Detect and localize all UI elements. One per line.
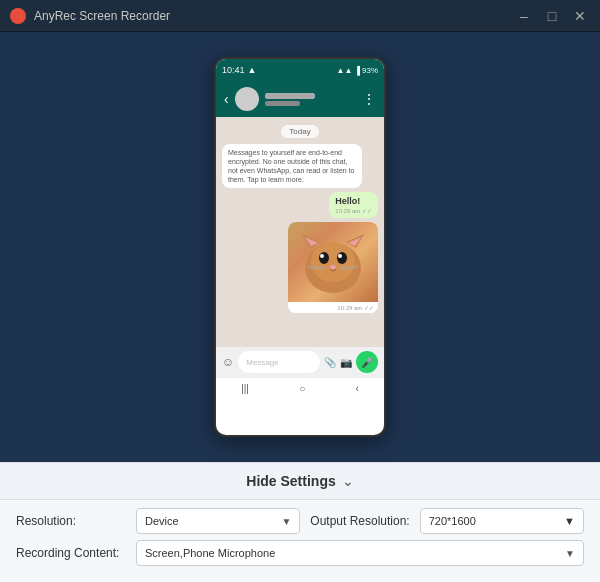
whatsapp-input-area[interactable]: ☺ Message 📎 📷 🎤 [216,347,384,377]
status-time: 10:41 ▲ [222,65,256,75]
app-title: AnyRec Screen Recorder [34,9,170,23]
hello-time: 10:29 am ✓✓ [335,207,372,214]
contact-name [265,93,356,106]
wifi-icon: ▲▲ [336,66,352,75]
resolution-value: Device [145,515,281,527]
cat-image-bubble: 10:29 am ✓✓ [288,222,378,313]
mic-icon[interactable]: 🎤 [356,351,378,373]
window-controls: – □ ✕ [514,6,590,26]
resolution-select[interactable]: Device ▼ [136,508,300,534]
chevron-down-icon: ⌄ [342,473,354,489]
svg-point-9 [338,254,342,258]
output-resolution-dropdown-icon: ▼ [564,515,575,527]
recording-content-value: Screen,Phone Microphone [145,547,565,559]
svg-point-6 [319,252,329,264]
recording-content-select[interactable]: Screen,Phone Microphone ▼ [136,540,584,566]
resolution-row: Resolution: Device ▼ Output Resolution: … [16,508,584,534]
settings-panel: Resolution: Device ▼ Output Resolution: … [0,500,600,582]
recording-content-label: Recording Content: [16,546,126,560]
svg-point-7 [337,252,347,264]
phone-navigation: ||| ○ ‹ [216,377,384,399]
title-bar-left: AnyRec Screen Recorder [10,8,170,24]
hide-settings-bar[interactable]: Hide Settings ⌄ [0,462,600,500]
menu-icon[interactable]: ⋮ [362,91,376,107]
app-icon [10,8,26,24]
main-content: 10:41 ▲ ▲▲ ▐ 93% ‹ ⋮ Today Messages to y… [0,32,600,462]
phone-status-bar: 10:41 ▲ ▲▲ ▐ 93% [216,59,384,81]
hide-settings-label: Hide Settings [246,473,335,489]
minimize-button[interactable]: – [514,6,534,26]
resolution-label: Resolution: [16,514,126,528]
recording-content-dropdown-icon: ▼ [565,548,575,559]
hello-message: Hello! 10:29 am ✓✓ [329,192,378,218]
title-bar: AnyRec Screen Recorder – □ ✕ [0,0,600,32]
date-badge: Today [281,125,318,138]
svg-point-1 [311,242,355,282]
system-message: Messages to yourself are end-to-end encr… [222,144,362,188]
message-input[interactable]: Message [238,351,320,373]
output-resolution-label: Output Resolution: [310,514,409,528]
cat-svg [298,230,368,295]
battery-icon: ▐ [354,66,360,75]
resolution-dropdown-icon: ▼ [281,516,291,527]
back-icon[interactable]: ‹ [224,91,229,107]
output-resolution-select[interactable]: 720*1600 ▼ [420,508,584,534]
back-nav-icon[interactable]: ‹ [356,383,359,394]
hello-text: Hello! [335,196,372,206]
whatsapp-header: ‹ ⋮ [216,81,384,117]
output-resolution-value: 720*1600 [429,515,476,527]
home-nav-icon[interactable]: ○ [299,383,305,394]
maximize-button[interactable]: □ [542,6,562,26]
close-button[interactable]: ✕ [570,6,590,26]
svg-point-10 [330,265,336,269]
signal-icon: ▲ [248,65,257,75]
camera-icon[interactable]: 📷 [340,357,352,368]
emoji-icon[interactable]: ☺ [222,355,234,369]
attach-icon[interactable]: 📎 [324,357,336,368]
recording-content-row: Recording Content: Screen,Phone Micropho… [16,540,584,566]
contact-avatar [235,87,259,111]
cat-image-time: 10:29 am ✓✓ [288,302,378,313]
status-right: ▲▲ ▐ 93% [336,66,378,75]
chat-area: Today Messages to yourself are end-to-en… [216,117,384,347]
svg-point-8 [320,254,324,258]
phone-mockup: 10:41 ▲ ▲▲ ▐ 93% ‹ ⋮ Today Messages to y… [214,57,386,437]
cat-image [288,222,378,302]
menu-nav-icon[interactable]: ||| [241,383,249,394]
